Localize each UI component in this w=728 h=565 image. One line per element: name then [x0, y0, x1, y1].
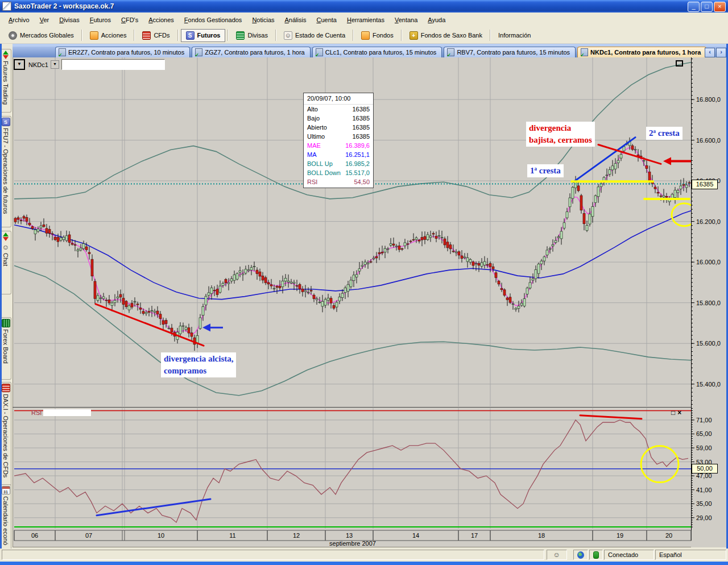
menu-item-ayuda[interactable]: Ayuda: [423, 13, 450, 27]
minimize-button[interactable]: _: [688, 2, 700, 12]
x-axis-day-label: 20: [665, 532, 672, 539]
sidebar-item-dax-i-operaciones-de-cfds[interactable]: DAX.I - Operaciones de CFDs: [1, 382, 11, 493]
candle-body: [464, 257, 466, 258]
candle-body: [148, 311, 150, 313]
candle-body: [663, 196, 665, 197]
toolbar-button-fondos[interactable]: Fondos: [356, 29, 399, 42]
candle-body: [560, 231, 562, 239]
menu-item-acciones[interactable]: Acciones: [143, 13, 179, 27]
close-button[interactable]: ×: [714, 2, 726, 12]
tab-nkdc1[interactable]: ✓NKDc1, Contrato para futuros, 1 hora: [577, 47, 706, 57]
toolbar-button-cfds[interactable]: CFDs: [137, 29, 175, 42]
tab-er2z7[interactable]: ✓ER2Z7, Contrato para futuros, 10 minuto…: [55, 47, 190, 57]
candle-body: [330, 298, 332, 303]
scroll-left-icon[interactable]: ‹: [705, 48, 715, 57]
candle-body: [145, 312, 147, 313]
candle-body: [284, 278, 287, 281]
status-message-panel: [2, 550, 544, 560]
x-axis-day-label: 17: [471, 532, 478, 539]
candle-body: [199, 318, 201, 329]
candle-body: [674, 190, 676, 198]
menu-item-cuenta[interactable]: Cuenta: [311, 13, 341, 27]
candle-body: [387, 249, 389, 250]
rsi-name-box: [43, 409, 91, 416]
candle-body: [313, 295, 315, 298]
chevron-down-icon[interactable]: ▼: [51, 60, 59, 69]
candle-body: [282, 281, 284, 286]
menu-item-futuros[interactable]: Futuros: [85, 13, 116, 27]
menu-item-ver[interactable]: Ver: [35, 13, 55, 27]
toolbar-button-fondos-de-saxo-bank[interactable]: +Fondos de Saxo Bank: [404, 29, 487, 42]
sidebar-item-chat[interactable]: ☺Chat: [1, 231, 11, 294]
chart-dropdown-button[interactable]: ▼: [14, 59, 25, 70]
candle-body: [418, 240, 420, 241]
candle-body: [577, 186, 580, 191]
toolbar-button-divisas[interactable]: Divisas: [231, 29, 272, 42]
rsi-restore-icon[interactable]: □: [671, 409, 675, 417]
scroll-right-icon[interactable]: ›: [716, 48, 726, 57]
candle-body: [407, 244, 409, 244]
chart-text-input[interactable]: [61, 59, 165, 70]
candle-body: [256, 270, 258, 273]
toolbar-button-estado-de-cuenta[interactable]: ☺Estado de Cuenta: [279, 29, 350, 42]
chart-restore-icon[interactable]: [676, 60, 683, 67]
candle-body: [358, 269, 361, 271]
tab-zgz7[interactable]: ✓ZGZ7, Contrato para futuros, 1 hora: [192, 47, 310, 57]
x-axis-day-label: 07: [85, 532, 92, 539]
menu-item-noticias[interactable]: Noticias: [247, 13, 279, 27]
menu-item-ventana[interactable]: Ventana: [390, 13, 423, 27]
tab-rbv7[interactable]: ✓RBV7, Contrato para futuros, 15 minutos: [444, 47, 576, 57]
sidebar-item-futures-trading[interactable]: Futures Trading: [1, 49, 11, 113]
symbol-label: NKDc1: [28, 61, 48, 68]
rsi-panel-buttons: □ ×: [671, 409, 681, 417]
sidebar-item-calendario-econ[interactable]: 31Calendario econó: [1, 484, 11, 556]
menu-bar: ArchivoVerDivisasFuturosCFD'sAccionesFon…: [0, 13, 728, 27]
toolbar-button-informaci-n[interactable]: Información: [493, 30, 536, 41]
x-axis-day-label: 18: [538, 532, 545, 539]
candle-body: [364, 262, 366, 264]
menu-item-herramientas[interactable]: Herramientas: [342, 13, 390, 27]
menu-item-fondos-gestionados[interactable]: Fondos Gestionados: [179, 13, 247, 27]
sidebar-item-forex-board[interactable]: Forex Board: [1, 317, 11, 380]
restore-button[interactable]: □: [701, 2, 713, 12]
candle-body: [250, 268, 253, 270]
menu-item-an-lisis[interactable]: Análisis: [280, 13, 312, 27]
candle-body: [293, 282, 295, 284]
rsi-close-icon[interactable]: ×: [677, 409, 681, 417]
candle-body: [589, 214, 591, 224]
menu-item-archivo[interactable]: Archivo: [3, 13, 35, 27]
tooltip-row-abierto: Abierto16385: [304, 123, 373, 132]
candle-body: [580, 196, 582, 210]
toolbar: Mercados GlobalesAccionesCFDsSFuturosDiv…: [0, 27, 728, 44]
symbol-combo[interactable]: NKDc1 ▼: [28, 60, 59, 69]
candle-body: [245, 269, 247, 273]
title-bar[interactable]: SaxoTrader 2 - workspace.ok.7 _ □ ×: [0, 0, 728, 13]
menu-item-cfd-s[interactable]: CFD's: [116, 13, 143, 27]
candle-body: [438, 235, 440, 236]
toolbar-button-mercados-globales[interactable]: Mercados Globales: [3, 29, 79, 42]
saxotrader-window: { "window": {"title": "SaxoTrader 2 - wo…: [0, 0, 728, 565]
folder-orange-icon: [90, 31, 98, 40]
toolbar-divider: [134, 30, 135, 41]
candle-body: [680, 186, 682, 189]
document-icon: ✓: [447, 48, 454, 56]
annotation-bullish-divergence: divergencia alcista, compramos: [161, 352, 236, 377]
sidebar-item-ffu7-operaciones-de-futuros[interactable]: SFFU7 - Operaciones de futuros: [1, 116, 11, 227]
candle-body: [77, 250, 79, 251]
toolbar-button-futuros[interactable]: SFuturos: [181, 29, 226, 42]
candle-body: [165, 321, 167, 324]
rsi-tick-label: 65,00: [696, 430, 712, 437]
toolbar-button-acciones[interactable]: Acciones: [85, 29, 132, 42]
candle-body: [614, 164, 617, 169]
candle-body: [80, 248, 82, 250]
price-chart-canvas[interactable]: 16.800,016.600,016.400,016.200,016.000,0…: [0, 0, 728, 565]
candle-body: [455, 252, 457, 253]
annotation-crest-2: 2ª cresta: [646, 127, 682, 140]
candle-body: [572, 188, 574, 199]
menu-item-divisas[interactable]: Divisas: [54, 13, 84, 27]
candle-body: [483, 261, 486, 265]
candle-body: [259, 272, 261, 276]
candle-body: [102, 297, 105, 298]
status-network-panel: [573, 550, 588, 560]
tab-clc1[interactable]: ✓CLc1, Contrato para futuros, 15 minutos: [312, 47, 442, 57]
